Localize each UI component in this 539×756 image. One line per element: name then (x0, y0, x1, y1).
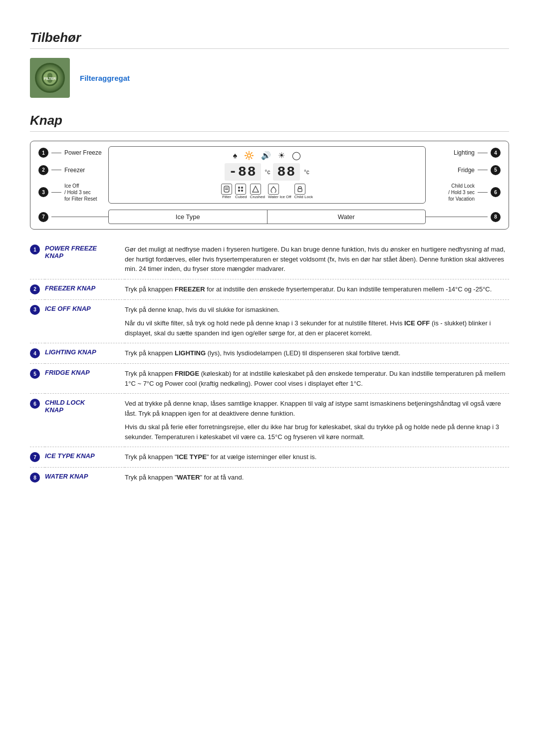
bold-lighting: LIGHTING (175, 349, 206, 357)
panel-center: ♠ 🔆 🔊 ☀ ◯ -88 °c 88 °c (108, 146, 426, 204)
svg-marker-10 (253, 186, 259, 192)
bold-water: WATER (177, 474, 200, 481)
desc-circle-1: 1 (30, 245, 40, 254)
accessories-divider (30, 48, 509, 49)
desc-label-6: CHILD LOCKKNAP (45, 394, 125, 447)
btn-water (268, 184, 279, 195)
desc-num-8: 8 (30, 468, 45, 488)
panel-left-labels: 1 Power Freeze 2 Freezer 3 Ice Off/ Hold… (38, 146, 108, 204)
filter-label: Filteraggregat (80, 74, 130, 82)
btn-iceoff (294, 184, 305, 195)
label-ice-off: Ice Off/ Hold 3 secfor Filter Reset (64, 183, 97, 202)
svg-rect-8 (238, 190, 240, 192)
desc-num-4: 4 (30, 343, 45, 364)
svg-rect-4 (225, 188, 228, 189)
desc-num-7: 7 (30, 447, 45, 468)
circle-2: 2 (38, 165, 48, 175)
svg-rect-12 (298, 189, 302, 192)
bold-fridge: FRIDGE (175, 370, 199, 377)
display-fridge: 88 (273, 163, 300, 181)
btn-filter (221, 184, 232, 195)
bold-freezer: FREEZER (175, 285, 205, 293)
circle-7: 7 (38, 212, 48, 222)
desc-label-4: LIGHTING KNAP (45, 343, 125, 364)
desc-text-6: Ved at trykke på denne knap, låses samtl… (125, 394, 509, 447)
desc-circle-4: 4 (30, 348, 40, 358)
desc-label-3: ICE OFF KNAP (45, 299, 125, 343)
bold-ice-type: ICE TYPE (177, 453, 207, 461)
panel-right-label-4: Lighting 4 (426, 148, 501, 158)
sound-icon: 🔊 (261, 151, 271, 160)
panel-right-label-5: Fridge 5 (426, 165, 501, 175)
knap-title: Knap (30, 113, 509, 128)
panel-bottom-left-space: 7 (38, 212, 108, 222)
desc-text-5: Tryk på knappen FRIDGE (køleskab) for at… (125, 364, 509, 394)
btn-cubed (235, 184, 246, 195)
panel-left-label-3: 3 Ice Off/ Hold 3 secfor Filter Reset (38, 183, 108, 202)
desc-circle-2: 2 (30, 284, 40, 294)
label-lighting: Lighting (454, 149, 475, 156)
desc-row-3: 3 ICE OFF KNAP Tryk på denne knap, hvis … (30, 299, 509, 343)
sun-icon: ☀ (278, 151, 285, 160)
panel-center-display: -88 °c 88 °c (225, 163, 309, 181)
connector-1 (51, 153, 61, 153)
bold-ice-off: ICE OFF (404, 319, 430, 327)
filter-image-inner: FILTER (35, 63, 65, 93)
svg-rect-6 (238, 187, 240, 189)
panel-left-label-1: 1 Power Freeze (38, 148, 108, 158)
accessories-row: FILTER Filteraggregat (30, 58, 509, 98)
connector-8 (426, 217, 488, 217)
desc-text-3: Tryk på denne knap, hvis du vil slukke f… (125, 299, 509, 343)
btn-filter-label: Filter (221, 195, 232, 199)
svg-rect-7 (241, 187, 243, 189)
btn-water-wrap: Water Ice Off (268, 184, 291, 199)
desc-label-2: FREEZER KNAP (45, 279, 125, 299)
desc-circle-8: 8 (30, 473, 40, 483)
filter-image: FILTER (30, 58, 70, 98)
knap-divider (30, 131, 509, 132)
panel-bottom-right-space: 8 (426, 212, 501, 222)
desc-circle-3: 3 (30, 305, 40, 315)
desc-text-4: Tryk på knappen LIGHTING (lys), hvis lys… (125, 343, 509, 364)
circle-3: 3 (38, 187, 48, 197)
desc-num-6: 6 (30, 394, 45, 447)
water-label: Water (268, 210, 426, 224)
label-freezer: Freezer (64, 167, 85, 174)
label-fridge: Fridge (458, 167, 475, 174)
desc-row-4: 4 LIGHTING KNAP Tryk på knappen LIGHTING… (30, 343, 509, 364)
desc-text-2: Tryk på knappen FREEZER for at indstille… (125, 279, 509, 299)
panel-bottom-center: Ice Type Water (108, 210, 426, 224)
btn-cubed-label: Cubed (235, 195, 247, 199)
panel-center-icons: ♠ 🔆 🔊 ☀ ◯ (233, 151, 301, 160)
desc-row-8: 8 WATER KNAP Tryk på knappen "WATER" for… (30, 468, 509, 488)
desc-text-7: Tryk på knappen "ICE TYPE" for at vælge … (125, 447, 509, 468)
panel-right-labels: Lighting 4 Fridge 5 Child Lock/ Hold 3 s… (426, 146, 501, 204)
connector-4 (478, 153, 488, 153)
desc-num-5: 5 (30, 364, 45, 394)
desc-circle-6: 6 (30, 399, 40, 409)
desc-text-8: Tryk på knappen "WATER" for at få vand. (125, 468, 509, 488)
connector-6 (478, 192, 488, 193)
btn-filter-wrap: Filter (221, 184, 232, 199)
circle-1: 1 (38, 148, 48, 158)
svg-text:FILTER: FILTER (44, 77, 56, 80)
desc-label-7: ICE TYPE KNAP (45, 447, 125, 468)
ice-type-label: Ice Type (109, 210, 268, 224)
circle-8: 8 (491, 212, 501, 222)
label-child-lock: Child Lock/ Hold 3 secfor Vacation (448, 183, 475, 202)
filter-svg-icon: FILTER (41, 69, 59, 87)
display-freezer: -88 (225, 163, 261, 181)
desc-row-7: 7 ICE TYPE KNAP Tryk på knappen "ICE TYP… (30, 447, 509, 468)
wifi-icon: ♠ (233, 151, 238, 160)
panel-left-label-2: 2 Freezer (38, 165, 108, 175)
btn-cubed-svg (237, 186, 244, 193)
btn-water-svg (270, 186, 277, 193)
btn-cubed-wrap: Cubed (235, 184, 247, 199)
svg-rect-9 (241, 190, 243, 192)
lock-ring-icon: ◯ (292, 151, 301, 160)
connector-3 (51, 192, 61, 193)
desc-num-1: 1 (30, 240, 45, 279)
desc-circle-7: 7 (30, 452, 40, 462)
btn-water-label: Water Ice Off (268, 195, 291, 199)
descriptions-table: 1 POWER FREEZEKNAP Gør det muligt at ned… (30, 240, 509, 488)
